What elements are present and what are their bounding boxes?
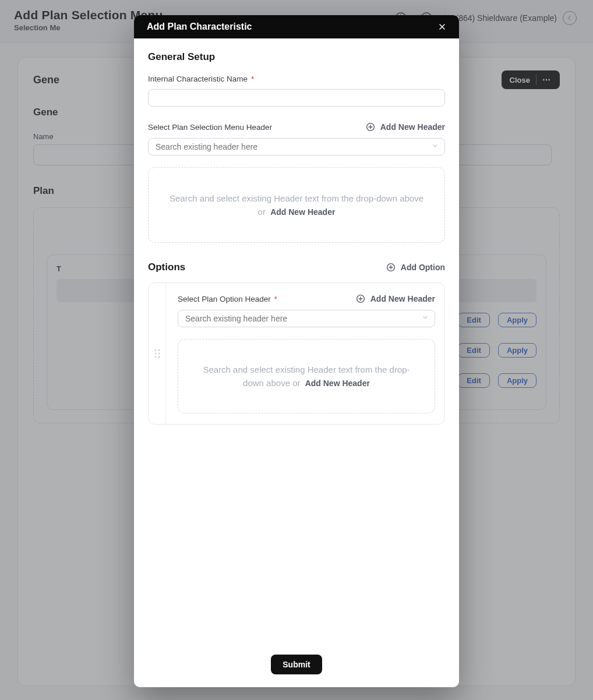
- plus-circle-icon: [365, 122, 376, 132]
- internal-name-input[interactable]: [148, 89, 445, 107]
- option-select-label: Select Plan Option Header *: [178, 295, 277, 303]
- submit-button[interactable]: Submit: [271, 655, 322, 674]
- drag-handle-icon[interactable]: [149, 283, 166, 424]
- option-label-row: Select Plan Option Header * Add New Head…: [178, 294, 435, 304]
- option-body: Select Plan Option Header * Add New Head…: [166, 283, 444, 424]
- option-header-select[interactable]: [178, 310, 435, 327]
- modal-body: General Setup Internal Characteristic Na…: [134, 38, 459, 642]
- header-empty-state: Search and select existing Header text f…: [148, 167, 445, 243]
- close-icon[interactable]: [436, 20, 449, 33]
- svg-point-10: [158, 356, 160, 358]
- header-label-row: Select Plan Selection Menu Header Add Ne…: [148, 122, 445, 132]
- required-asterisk: *: [251, 75, 254, 83]
- modal-footer: Submit: [134, 642, 459, 687]
- header-select[interactable]: [148, 138, 445, 155]
- option-search-input[interactable]: [178, 310, 435, 327]
- add-option-label: Add Option: [401, 263, 445, 272]
- option-empty-link[interactable]: Add New Header: [305, 379, 370, 388]
- modal: Add Plan Characteristic General Setup In…: [134, 15, 459, 687]
- option-card: Select Plan Option Header * Add New Head…: [148, 282, 445, 425]
- option-select-label-text: Select Plan Option Header: [178, 295, 271, 303]
- chevron-down-icon: [421, 313, 429, 324]
- modal-overlay[interactable]: Add Plan Characteristic General Setup In…: [0, 0, 593, 700]
- modal-title: Add Plan Characteristic: [147, 22, 252, 32]
- required-asterisk: *: [274, 295, 277, 303]
- svg-point-7: [154, 353, 156, 355]
- chevron-down-icon: [431, 142, 439, 152]
- plus-circle-icon: [355, 294, 366, 304]
- option-add-header-label: Add New Header: [370, 294, 435, 303]
- svg-point-5: [154, 349, 156, 351]
- plus-circle-icon: [386, 262, 396, 273]
- general-setup-heading: General Setup: [148, 51, 445, 63]
- header-search-input[interactable]: [148, 138, 445, 155]
- add-new-header-label: Add New Header: [380, 122, 445, 132]
- svg-point-6: [158, 349, 160, 351]
- svg-point-8: [158, 353, 160, 355]
- internal-name-label: Internal Characteristic Name *: [148, 75, 445, 83]
- modal-header: Add Plan Characteristic: [134, 15, 459, 38]
- option-empty-state: Search and select existing Header text f…: [178, 339, 435, 413]
- svg-point-9: [154, 356, 156, 358]
- select-header-label: Select Plan Selection Menu Header: [148, 123, 272, 132]
- options-head: Options Add Option: [148, 261, 445, 273]
- internal-name-label-text: Internal Characteristic Name: [148, 75, 248, 83]
- options-heading: Options: [148, 261, 185, 273]
- add-option-link[interactable]: Add Option: [386, 262, 445, 273]
- header-empty-link[interactable]: Add New Header: [270, 207, 335, 217]
- option-add-header-link[interactable]: Add New Header: [355, 294, 435, 304]
- add-new-header-link[interactable]: Add New Header: [365, 122, 445, 132]
